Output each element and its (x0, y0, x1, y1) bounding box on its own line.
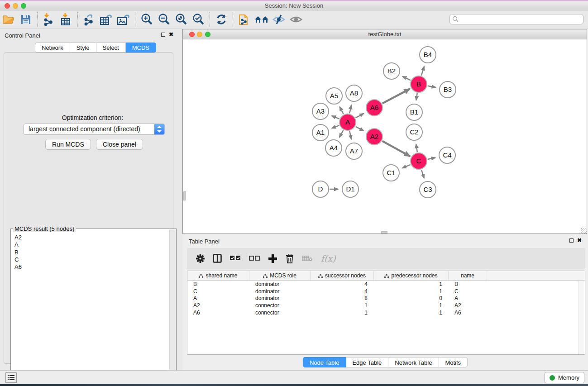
graph-node-A3[interactable]: A3 (312, 103, 329, 119)
tab-network[interactable]: Network (35, 43, 70, 52)
column-header-shared-name[interactable]: shared name (187, 271, 249, 280)
mcds-result-item[interactable]: A (14, 241, 170, 248)
table-cell[interactable]: 4 (311, 288, 374, 295)
graph-node-B4[interactable]: B4 (420, 47, 436, 63)
graph-edge-C-C4[interactable] (428, 157, 435, 159)
table-cell[interactable]: 0 (374, 295, 449, 301)
network-horizontal-scrollbar[interactable] (381, 231, 387, 234)
tab-select[interactable]: Select (96, 43, 126, 52)
graph-edge-C-C2[interactable] (416, 144, 417, 152)
table-cell[interactable]: C (449, 288, 487, 295)
graph-node-B[interactable]: B (411, 76, 427, 92)
graph-node-A6[interactable]: A6 (366, 100, 382, 116)
column-header-successor-nodes[interactable]: successor nodes (311, 271, 374, 280)
graph-node-D[interactable]: D (312, 181, 329, 197)
zoom-in-icon[interactable] (139, 13, 154, 26)
table-cell[interactable]: dominator (249, 295, 311, 301)
table-cell[interactable]: B (449, 281, 487, 287)
zoom-out-icon[interactable] (156, 13, 172, 26)
network-graph[interactable]: AA1A2A3A4A5A6A7A8BB1B2B3B4CC1C2C3C4DD1 (183, 39, 587, 231)
hide-selected-icon[interactable] (271, 13, 287, 26)
delete-table-icon[interactable] (302, 255, 313, 262)
graph-node-A5[interactable]: A5 (326, 88, 342, 104)
home-pages-icon[interactable] (254, 13, 269, 26)
graph-node-A2[interactable]: A2 (366, 129, 382, 145)
table-cell[interactable]: 1 (311, 302, 374, 309)
network-file-icon[interactable] (237, 13, 252, 26)
network-resize-grip[interactable] (581, 228, 587, 234)
show-all-icon[interactable] (288, 13, 304, 26)
mcds-result-item[interactable]: B (14, 249, 170, 256)
network-vertical-scrollbar[interactable] (183, 191, 186, 200)
mcds-result-list[interactable]: A2ABCA6 (11, 231, 170, 381)
open-file-icon[interactable] (1, 13, 16, 26)
mcds-result-item[interactable]: A2 (14, 234, 170, 241)
graph-edge-A2-C[interactable] (382, 141, 410, 157)
dropdown-stepper-icon[interactable] (154, 124, 164, 134)
column-header-predecessor-nodes[interactable]: predecessor nodes (374, 271, 449, 280)
graph-edge-A-A8[interactable] (349, 105, 351, 113)
tab-edge-table[interactable]: Edge Table (346, 357, 388, 367)
task-history-button[interactable] (5, 372, 17, 383)
graph-edge-A-A3[interactable] (332, 116, 339, 119)
graph-edge-A-A7[interactable] (349, 131, 351, 139)
search-input[interactable] (449, 14, 583, 24)
graph-edge-B-B1[interactable] (416, 93, 417, 100)
select-all-columns-icon[interactable] (230, 256, 241, 261)
graph-edge-B-B2[interactable] (402, 76, 411, 81)
graph-edge-B-B4[interactable] (421, 67, 424, 76)
graph-node-C3[interactable]: C3 (420, 181, 436, 198)
export-image-icon[interactable] (116, 13, 131, 26)
float-panel-icon[interactable] (161, 33, 165, 37)
delete-column-icon[interactable] (286, 254, 294, 263)
table-cell[interactable]: dominator (249, 281, 311, 287)
memory-button[interactable]: Memory (545, 372, 584, 383)
graph-edge-C-C3[interactable] (421, 170, 424, 178)
column-header-mcds-role[interactable]: MCDS role (249, 271, 311, 280)
graph-edge-A-A1[interactable] (332, 125, 339, 128)
maximize-window-button[interactable] (21, 3, 26, 9)
graph-node-B3[interactable]: B3 (440, 81, 456, 98)
close-panel-icon[interactable]: ✖ (169, 32, 173, 37)
minimize-network-window-button[interactable] (197, 32, 202, 37)
graph-node-C2[interactable]: C2 (406, 124, 422, 140)
tab-node-table[interactable]: Node Table (303, 357, 346, 367)
table-row[interactable]: A6connector11A6 (187, 309, 585, 316)
export-network-icon[interactable] (81, 13, 97, 26)
table-row[interactable]: Bdominator41B (187, 281, 585, 288)
search-field[interactable] (449, 14, 583, 24)
graph-node-C4[interactable]: C4 (439, 147, 455, 163)
table-row[interactable]: Cdominator41C (187, 288, 585, 295)
graph-node-C[interactable]: C (411, 153, 427, 169)
close-window-button[interactable] (5, 3, 10, 9)
graph-node-B1[interactable]: B1 (406, 104, 422, 120)
graph-edge-A-A4[interactable] (339, 130, 344, 138)
graph-node-A8[interactable]: A8 (346, 85, 362, 101)
table-cell[interactable]: 8 (311, 295, 374, 301)
graph-node-A7[interactable]: A7 (346, 143, 362, 159)
graph-node-A1[interactable]: A1 (312, 124, 329, 141)
table-cell[interactable]: 1 (374, 310, 449, 316)
graph-edge-A-A5[interactable] (339, 107, 343, 114)
mcds-result-scrollbar[interactable] (169, 229, 176, 381)
function-builder-icon[interactable]: f(x) (321, 253, 336, 263)
graph-node-C1[interactable]: C1 (383, 165, 399, 181)
close-table-panel-icon[interactable]: ✖ (577, 238, 582, 243)
run-mcds-button[interactable]: Run MCDS (45, 139, 91, 150)
table-cell[interactable]: A (449, 295, 487, 301)
graph-edge-A-A6[interactable] (356, 114, 364, 118)
unselect-all-columns-icon[interactable] (249, 256, 260, 261)
mcds-result-item[interactable]: C (14, 256, 170, 263)
import-table-icon[interactable] (58, 13, 74, 26)
table-cell[interactable]: 4 (311, 281, 374, 287)
table-cell[interactable]: 1 (374, 288, 449, 295)
tab-motifs[interactable]: Motifs (439, 357, 468, 367)
tab-network-table[interactable]: Network Table (388, 357, 439, 367)
table-cell[interactable]: 1 (374, 281, 449, 287)
close-panel-button[interactable]: Close panel (96, 139, 143, 150)
table-vertical-scrollbar[interactable] (578, 281, 584, 354)
table-cell[interactable]: connector (249, 302, 311, 309)
table-row[interactable]: Adominator80A (187, 295, 585, 302)
table-cell[interactable]: A2 (187, 302, 249, 309)
tab-style[interactable]: Style (70, 43, 96, 52)
